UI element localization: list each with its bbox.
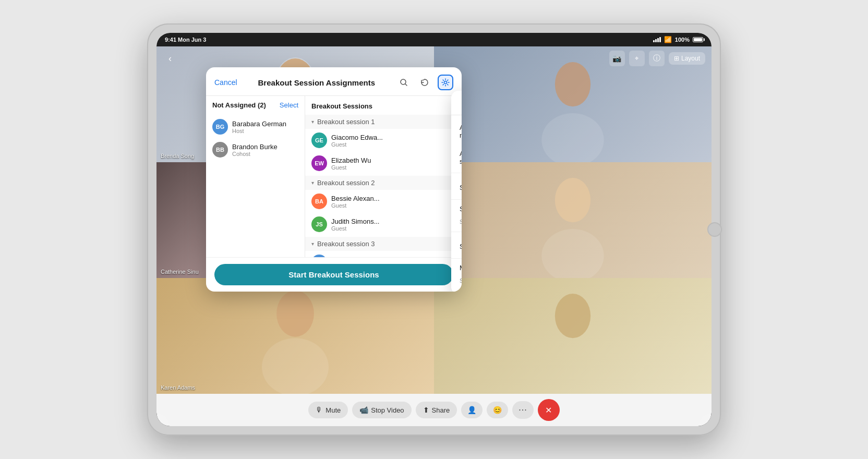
chevron-icon: ▾ [311,241,314,247]
stop-video-label: Stop Video [371,406,404,414]
participant-info: Elizabeth Wu Guest [331,156,455,171]
tablet-screen: 9:41 Mon Jun 3 📶 100% [156,33,712,426]
options-panel: Option Allow attendees to return to main… [451,91,462,292]
search-icon-btn[interactable] [396,75,412,90]
participant-role: Guest [331,202,455,209]
avatar: BB [212,142,228,158]
seconds-sublabel: Set countdown time before closing breako… [451,218,462,230]
list-item: JS Judith Simons... Guest [305,213,462,236]
cancel-button[interactable]: Cancel [214,78,237,87]
svg-point-17 [444,81,447,84]
participant-info: Judith Simons... Guest [331,218,455,232]
wifi-icon: 📶 [664,36,672,43]
share-icon: ⬆ [423,406,429,414]
divider [451,173,462,173]
participant-info: Brandon Burke Cohost [232,143,298,157]
list-item: BG Barabara German Host [206,115,305,138]
signal-icon [653,37,661,42]
option-row-duration: Session duration [451,234,462,258]
share-button[interactable]: ⬆ Share [416,402,457,418]
participant-name: Bessie Alexan... [331,195,455,202]
option-row-countdown: Show countdown warning [451,175,462,199]
participants-icon: 👤 [467,406,476,414]
breakout-col-title: Breakout Sessions [311,102,372,110]
panel-header: Cancel Breakout Session Assignments [206,67,462,96]
minutes-sublabel: Set countdown time before closing breako… [451,277,462,288]
modal-overlay: Cancel Breakout Session Assignments [156,46,712,394]
select-action[interactable]: Select [280,101,298,109]
participant-role: Guest [331,141,455,148]
session-name: Breakout session 3 [317,240,455,248]
panel-body: Not Assigned (2) Select BG [206,96,462,257]
participant-role: Guest [331,225,455,232]
session-group-1: ▾ Breakout session 1 GE [305,115,462,175]
participant-role: Host [232,128,298,134]
participant-info: Barabara German Host [232,120,298,134]
participant-name: Brandon Burke [232,143,298,151]
more-button[interactable]: ··· [512,401,533,419]
option-minutes-row[interactable]: Minutes 30 › [451,258,462,277]
session-header-3[interactable]: ▾ Breakout session 3 [305,237,462,251]
not-assigned-column: Not Assigned (2) Select BG [206,96,305,257]
session-group-2: ▾ Breakout session 2 BA [305,176,462,236]
breakout-col-header: Breakout Sessions [305,96,462,115]
list-item: GE Giacomo Edwa... Guest [305,129,462,152]
session-group-3: ▾ Breakout session 3 MC [305,237,462,257]
status-time: 9:41 Mon Jun 3 [165,37,206,43]
participants-button[interactable]: 👤 [461,402,483,418]
chevron-icon: ▾ [311,180,314,186]
mute-label: Mute [326,406,341,414]
session-name: Breakout session 2 [317,179,455,187]
options-title: Option [451,99,462,115]
svg-line-16 [405,84,407,86]
option-row-join-later: Allow attendees to join breakout session… [451,144,462,171]
session-header-1[interactable]: ▾ Breakout session 1 [305,115,462,129]
panel-footer: Start Breakout Sessions [206,257,462,292]
breakout-sessions-column: Breakout Sessions ▾ Breakout session 1 [305,96,462,257]
not-assigned-title: Not Assigned (2) [212,101,266,109]
reactions-button[interactable]: 😊 [487,402,508,418]
not-assigned-header: Not Assigned (2) Select [206,96,305,113]
option-seconds-label: Seconds [460,205,462,213]
status-right: 📶 100% [653,36,703,43]
status-bar: 9:41 Mon Jun 3 📶 100% [156,33,712,46]
video-area: Brenda Song [156,46,712,394]
breakout-session-list: ▾ Breakout session 1 GE [305,115,462,257]
participant-role: Guest [331,164,455,171]
mic-icon: 🎙 [316,406,323,414]
chevron-icon: ▾ [311,119,314,125]
start-breakout-button[interactable]: Start Breakout Sessions [214,264,453,285]
divider [451,232,462,232]
refresh-icon-btn[interactable] [417,75,432,90]
video-icon: 📹 [359,406,368,414]
avatar: BG [212,119,228,135]
assignments-panel: Cancel Breakout Session Assignments [206,67,462,292]
option-minutes-label: Minutes [460,264,462,272]
session-header-2[interactable]: ▾ Breakout session 2 [305,176,462,190]
panel-icons [396,75,453,90]
option-duration-label: Session duration [460,243,462,250]
battery-label: 100% [675,37,690,43]
avatar: BA [311,194,327,209]
end-call-button[interactable]: ✕ [538,399,560,421]
list-item: BB Brandon Burke Cohost [206,138,305,161]
option-join-later-label: Allow attendees to join breakout session… [460,150,462,165]
avatar: JS [311,216,327,232]
option-row-return: Allow attendees to return to main meetin… [451,118,462,144]
participant-name: Elizabeth Wu [331,156,455,164]
option-seconds-row[interactable]: Seconds 60 › [451,199,462,218]
list-item: BA Bessie Alexan... Guest [305,190,462,213]
participant-info: Giacomo Edwa... Guest [331,134,455,148]
stop-video-button[interactable]: 📹 Stop Video [352,402,411,418]
emoji-icon: 😊 [493,406,502,414]
settings-icon-btn[interactable] [438,75,453,90]
list-item: MC Marc Curtis [305,251,462,257]
option-countdown-label: Show countdown warning [460,184,462,191]
bottom-toolbar: 🎙 Mute 📹 Stop Video ⬆ Share 👤 😊 [156,394,712,426]
mute-button[interactable]: 🎙 Mute [308,402,348,418]
list-item: EW Elizabeth Wu Guest [305,152,462,175]
session-name: Breakout session 1 [317,118,455,126]
option-return-label: Allow attendees to return to main meetin… [460,124,462,139]
participant-role: Cohost [232,151,298,157]
more-icon: ··· [519,405,527,415]
